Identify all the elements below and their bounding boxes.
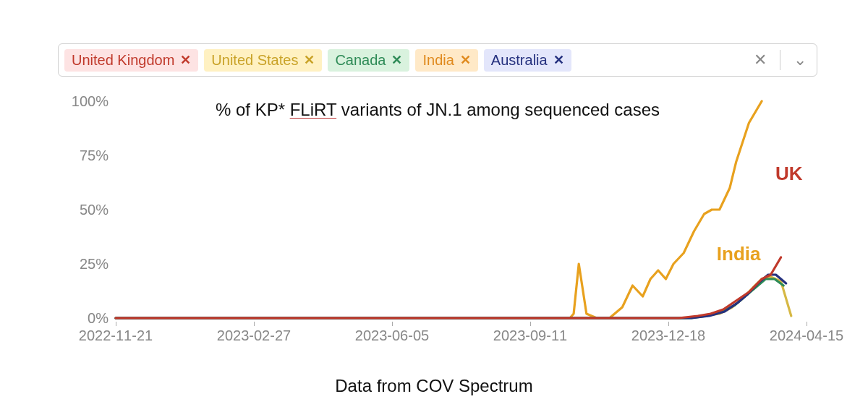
x-tickmark <box>392 322 393 326</box>
plot-svg <box>116 101 807 318</box>
chart-annotation: India <box>717 243 761 265</box>
close-icon[interactable]: ✕ <box>391 52 402 68</box>
x-tickmark <box>530 322 531 326</box>
chart: % of KP* FLiRT variants of JN.1 among se… <box>58 94 817 354</box>
filter-chip[interactable]: Canada✕ <box>328 49 409 72</box>
series-line <box>116 101 762 318</box>
y-tick-label: 75% <box>58 147 109 164</box>
divider <box>780 50 780 70</box>
close-icon[interactable]: ✕ <box>180 52 191 68</box>
x-axis: 2022-11-212023-02-272023-06-052023-09-11… <box>116 322 807 351</box>
x-tickmark <box>254 322 255 326</box>
filter-controls: ✕ ⌄ <box>749 50 811 70</box>
filter-chip[interactable]: Australia✕ <box>484 49 571 72</box>
y-tick-label: 100% <box>58 93 109 110</box>
x-tickmark <box>668 322 669 326</box>
source-caption: Data from COV Spectrum <box>0 376 868 396</box>
series-line <box>116 257 781 318</box>
country-filter-bar[interactable]: United Kingdom✕United States✕Canada✕Indi… <box>58 43 817 77</box>
x-tick-label: 2023-09-11 <box>493 327 567 344</box>
chip-label: India <box>422 52 454 69</box>
clear-all-button[interactable]: ✕ <box>749 51 771 69</box>
plot-region <box>116 101 807 318</box>
chart-annotation: UK <box>775 163 803 185</box>
filter-chip[interactable]: United Kingdom✕ <box>64 49 198 72</box>
filter-chip[interactable]: India✕ <box>415 49 477 72</box>
close-icon[interactable]: ✕ <box>304 52 315 68</box>
chevron-down-icon[interactable]: ⌄ <box>789 51 811 69</box>
series-line <box>116 279 783 318</box>
x-tickmark <box>116 322 116 326</box>
y-axis: 0%25%50%75%100% <box>58 101 114 318</box>
series-line <box>116 277 791 318</box>
x-tickmark <box>807 322 807 326</box>
chip-label: Canada <box>335 52 386 69</box>
series-line <box>116 275 786 318</box>
y-tick-label: 25% <box>58 256 109 273</box>
x-tick-label: 2022-11-21 <box>79 327 153 344</box>
chip-label: United States <box>211 52 298 69</box>
x-tick-label: 2023-02-27 <box>217 327 291 344</box>
chip-label: United Kingdom <box>72 52 174 69</box>
close-icon[interactable]: ✕ <box>460 52 471 68</box>
chip-label: Australia <box>491 52 548 69</box>
y-tick-label: 0% <box>58 310 109 327</box>
close-icon[interactable]: ✕ <box>553 52 564 68</box>
x-tick-label: 2024-04-15 <box>770 327 843 344</box>
filter-chip[interactable]: United States✕ <box>204 49 322 72</box>
y-tick-label: 50% <box>58 202 109 218</box>
x-tick-label: 2023-06-05 <box>355 327 429 344</box>
x-tick-label: 2023-12-18 <box>631 327 705 344</box>
